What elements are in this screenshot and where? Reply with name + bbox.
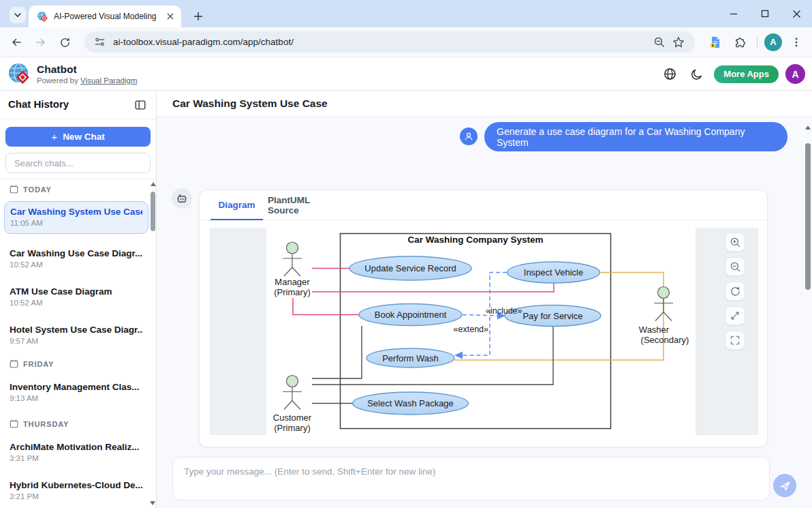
usecase-label: Inspect Vehicle	[524, 267, 583, 278]
usecase-label: Perform Wash	[382, 353, 439, 363]
message-input[interactable]	[172, 457, 770, 500]
tab-diagram[interactable]: Diagram	[210, 190, 263, 220]
main-panel: Car Washing System Use Case Generate a u…	[157, 91, 812, 508]
docs-offline-icon[interactable]	[705, 32, 725, 53]
chat-item[interactable]: ArchiMate Motivation Realiz... 3:31 PM	[4, 437, 149, 470]
window-maximize-button[interactable]	[749, 0, 781, 27]
header-actions: More Apps A	[659, 57, 805, 91]
chat-item[interactable]: ATM Use Case Diagram 10:52 AM	[4, 282, 149, 314]
person-icon	[463, 131, 474, 142]
include-label: «include»	[486, 306, 522, 316]
diagram-zoom-toolbar	[725, 233, 745, 355]
browser-tab-strip: AI-Powered Visual Modeling Ch	[0, 0, 812, 27]
forward-button[interactable]	[31, 33, 50, 52]
language-globe-icon[interactable]	[659, 64, 680, 85]
diagram-tabs: Diagram PlantUML Source	[200, 190, 767, 220]
chat-item[interactable]: Hotel System Use Case Diagr... 9:57 AM	[4, 320, 149, 353]
main-scrollbar-thumb[interactable]	[805, 143, 811, 290]
search-chats-input[interactable]	[5, 153, 151, 173]
scroll-down-arrow[interactable]	[150, 501, 155, 505]
section-header-thursday: THURSDAY	[10, 419, 69, 428]
calendar-icon	[10, 185, 18, 194]
tab-close-icon[interactable]	[164, 11, 176, 23]
reload-button[interactable]	[55, 33, 74, 52]
calendar-icon	[10, 419, 18, 428]
visual-paradigm-logo-icon	[7, 61, 32, 87]
app-header: Chatbot Powered by Visual Paradigm More …	[0, 57, 812, 91]
scroll-up-arrow[interactable]	[805, 125, 811, 130]
chat-item-selected[interactable]: Car Washing System Use Case 11:05 AM	[4, 201, 149, 234]
browser-menu-kebab-icon[interactable]	[786, 32, 807, 53]
site-info-icon[interactable]	[93, 33, 106, 52]
url-text[interactable]: ai-toolbox.visual-paradigm.com/app/chatb…	[113, 37, 650, 47]
zoom-in-button[interactable]	[725, 233, 745, 252]
expand-button[interactable]	[725, 306, 745, 325]
browser-tab-active[interactable]: AI-Powered Visual Modeling Ch	[29, 5, 181, 27]
new-tab-button[interactable]	[189, 8, 207, 25]
visual-paradigm-link[interactable]: Visual Paradigm	[80, 76, 138, 85]
use-case-diagram: Car Washing Company System	[266, 228, 696, 435]
sidebar-scrollbar-thumb[interactable]	[151, 192, 155, 231]
more-apps-button[interactable]: More Apps	[714, 65, 779, 83]
fullscreen-button[interactable]	[725, 331, 745, 350]
system-title: Car Washing Company System	[407, 235, 543, 245]
window-controls	[718, 0, 812, 27]
sidebar-scrollbar[interactable]	[149, 179, 157, 508]
powered-by: Powered by Visual Paradigm	[37, 76, 137, 85]
usecase-label: Select Wash Package	[367, 398, 454, 408]
url-bar[interactable]: ai-toolbox.visual-paradigm.com/app/chatb…	[84, 31, 695, 53]
user-message-avatar	[460, 128, 478, 145]
tab-search-button[interactable]	[10, 7, 26, 23]
send-button[interactable]	[773, 474, 796, 497]
page-title: Car Washing System Use Case	[172, 98, 328, 110]
user-avatar[interactable]: A	[785, 64, 805, 84]
chat-item[interactable]: Car Washing Use Case Diagr... 10:52 AM	[4, 243, 149, 276]
main-scrollbar[interactable]	[804, 117, 812, 508]
usecase-label: Book Appointment	[375, 310, 447, 320]
zoom-indicator-icon[interactable]	[650, 33, 669, 52]
usecase-label: Update Service Record	[364, 263, 456, 273]
actor-customer-name: Customer	[273, 413, 312, 423]
plus-icon	[193, 12, 203, 21]
app-title: Chatbot	[37, 63, 137, 76]
toolbar-separator	[757, 36, 758, 48]
usecase-label: Pay for Service	[522, 311, 582, 321]
bookmark-star-icon[interactable]	[669, 33, 688, 52]
tab-plantuml-source[interactable]: PlantUML Source	[268, 190, 343, 220]
section-header-friday: FRIDAY	[10, 359, 54, 368]
user-message-bubble: Generate a use case diagram for a Car Wa…	[484, 122, 787, 151]
back-button[interactable]	[7, 33, 26, 52]
calendar-icon	[10, 359, 18, 368]
chat-list: TODAY Car Washing System Use Case 11:05 …	[0, 179, 149, 508]
uml-diagram-canvas[interactable]: Car Washing Company System	[266, 228, 696, 435]
dark-mode-moon-icon[interactable]	[687, 64, 707, 85]
diagram-viewport: Car Washing Company System	[210, 228, 758, 435]
actor-manager-role: (Primary)	[274, 287, 310, 297]
new-chat-button[interactable]: + New Chat	[5, 127, 151, 147]
sidebar-header: Chat History	[0, 91, 156, 119]
conversation-title-bar: Car Washing System Use Case	[157, 91, 812, 117]
chat-history-sidebar: Chat History + New Chat TODAY Car Washin…	[0, 91, 157, 508]
reset-view-button[interactable]	[725, 282, 745, 301]
zoom-out-button[interactable]	[725, 257, 745, 276]
window-close-button[interactable]	[781, 0, 812, 27]
bot-avatar	[172, 188, 192, 209]
sidebar-title: Chat History	[8, 98, 69, 110]
actor-washer-name: Washer	[639, 325, 670, 335]
chat-item[interactable]: Inventory Management Clas... 9:13 AM	[4, 377, 149, 410]
actor-washer-role: (Secondary)	[641, 335, 689, 345]
chat-item[interactable]: Hybrid Kubernetes-Cloud De... 3:21 PM	[4, 475, 149, 508]
section-header-today: TODAY	[10, 185, 52, 194]
window-minimize-button[interactable]	[718, 0, 749, 27]
actor-manager-name: Manager	[275, 277, 310, 287]
actor-customer	[283, 376, 302, 410]
brand: Chatbot Powered by Visual Paradigm	[7, 61, 137, 87]
tab-favicon-icon	[37, 11, 48, 23]
browser-profile-avatar[interactable]: A	[764, 33, 782, 51]
scroll-up-arrow[interactable]	[151, 182, 156, 186]
powered-by-text: Powered by	[37, 76, 78, 85]
extend-label: «extend»	[454, 325, 488, 334]
extensions-puzzle-icon[interactable]	[730, 32, 750, 53]
chevron-down-icon	[14, 11, 22, 19]
sidebar-collapse-icon[interactable]	[133, 98, 148, 113]
